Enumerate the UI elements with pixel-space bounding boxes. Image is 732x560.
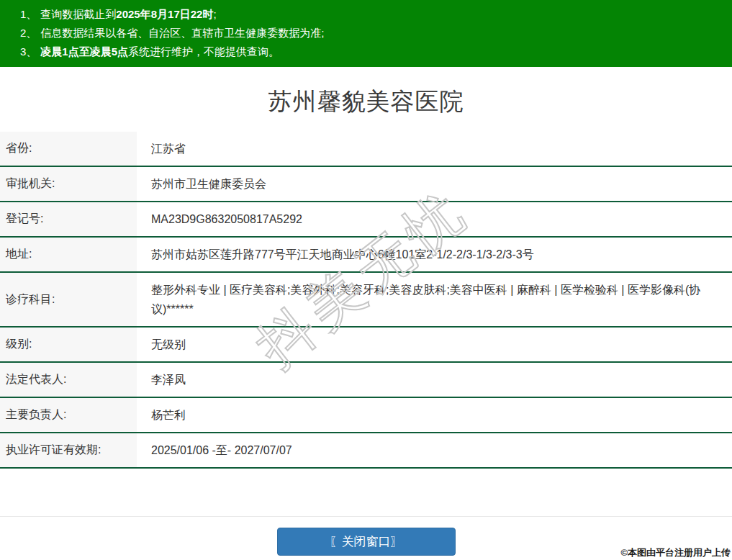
notice-bold-text: 2025年8月17日22时: [116, 8, 213, 20]
row-value: 2025/01/06 -至- 2027/07/07: [137, 433, 732, 467]
row-label: 执业许可证有效期:: [0, 433, 137, 467]
table-row: 审批机关:苏州市卫生健康委员会: [0, 167, 732, 202]
notice-bold-text: 凌晨1点至凌晨5点: [40, 45, 128, 58]
credit-watermark: ©本图由平台注册用户上传: [620, 546, 731, 559]
info-table: 省份:江苏省审批机关:苏州市卫生健康委员会登记号:MA23D9G86320508…: [0, 132, 732, 469]
notice-text: 查询数据截止到: [40, 8, 116, 20]
table-row: 地址:苏州市姑苏区莲升路777号平江天地商业中心6幢101室2-1/2-2/3-…: [0, 238, 732, 273]
notice-item-number: 1、: [20, 8, 37, 20]
row-label: 省份:: [0, 132, 137, 166]
table-row: 主要负责人:杨芒利: [0, 398, 732, 433]
row-value: 整形外科专业 | 医疗美容科;美容外科;美容牙科;美容皮肤科;美容中医科 | 麻…: [137, 273, 732, 326]
notice-text: 信息数据结果以各省、自治区、直辖市卫生健康委数据为准;: [40, 27, 324, 39]
row-label: 诊疗科目:: [0, 273, 137, 326]
notice-item-3: 3、凌晨1点至凌晨5点系统进行维护，不能提供查询。: [20, 42, 732, 61]
table-row: 省份:江苏省: [0, 132, 732, 167]
row-value: 无级别: [137, 328, 732, 361]
table-row: 执业许可证有效期:2025/01/06 -至- 2027/07/07: [0, 433, 732, 469]
table-row: 级别:无级别: [0, 328, 732, 363]
notice-text: ;: [213, 8, 216, 20]
row-label: 登记号:: [0, 202, 137, 236]
notice-item-2: 2、信息数据结果以各省、自治区、直辖市卫生健康委数据为准;: [20, 24, 732, 42]
row-value: 苏州市卫生健康委员会: [137, 167, 732, 201]
notice-text: 系统进行维护，不能提供查询。: [128, 45, 279, 58]
notice-banner: 1、查询数据截止到2025年8月17日22时;2、信息数据结果以各省、自治区、直…: [0, 0, 732, 67]
table-row: 法定代表人:李泽凤: [0, 363, 732, 398]
row-label: 审批机关:: [0, 167, 137, 201]
notice-item-1: 1、查询数据截止到2025年8月17日22时;: [20, 5, 732, 24]
row-label: 法定代表人:: [0, 363, 137, 397]
notice-item-number: 2、: [20, 27, 37, 39]
row-label: 地址:: [0, 238, 137, 271]
notice-item-number: 3、: [20, 45, 37, 58]
page-title: 苏州馨貌美容医院: [0, 86, 732, 118]
row-label: 主要负责人:: [0, 398, 137, 432]
close-window-button[interactable]: 〖关闭窗口〗: [277, 528, 456, 556]
table-row: 登记号:MA23D9G8632050817A5292: [0, 202, 732, 238]
row-value: 李泽凤: [137, 363, 732, 397]
row-label: 级别:: [0, 328, 137, 361]
table-row: 诊疗科目:整形外科专业 | 医疗美容科;美容外科;美容牙科;美容皮肤科;美容中医…: [0, 273, 732, 328]
row-value: MA23D9G8632050817A5292: [137, 202, 732, 236]
row-value: 苏州市姑苏区莲升路777号平江天地商业中心6幢101室2-1/2-2/3-1/3…: [137, 238, 732, 271]
row-value: 杨芒利: [137, 398, 732, 432]
row-value: 江苏省: [137, 132, 732, 166]
